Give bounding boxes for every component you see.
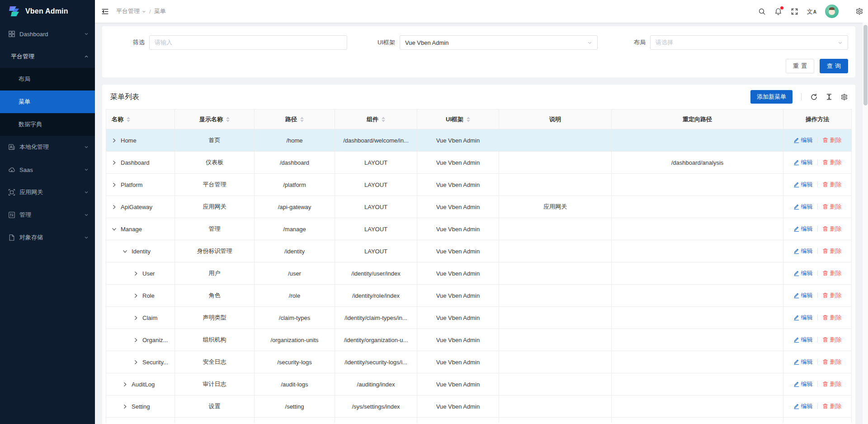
saas-icon xyxy=(8,166,15,173)
fullscreen-icon[interactable] xyxy=(791,8,798,15)
table-row[interactable]: User 用户 /user /identity/user/index Vue V… xyxy=(106,262,852,285)
edit-link[interactable]: 编辑 xyxy=(793,247,813,255)
table-settings-icon[interactable] xyxy=(840,93,848,101)
delete-link[interactable]: 删除 xyxy=(822,291,842,300)
expand-icon[interactable] xyxy=(112,138,117,143)
edit-link[interactable]: 编辑 xyxy=(793,380,813,388)
sort-icon[interactable] xyxy=(300,117,304,122)
edit-link[interactable]: 编辑 xyxy=(793,225,813,233)
ui-framework-select[interactable]: Vue Vben Admin xyxy=(400,35,598,50)
delete-link[interactable]: 删除 xyxy=(822,314,842,322)
app-logo[interactable]: Vben Admin xyxy=(0,0,95,23)
sidebar-subitem[interactable]: 数据字典 xyxy=(0,113,95,136)
table-row[interactable] xyxy=(106,418,852,423)
column-header[interactable]: UI框架 xyxy=(417,110,499,129)
sidebar-subitem[interactable]: 布局 xyxy=(0,68,95,91)
delete-link[interactable]: 删除 xyxy=(822,336,842,344)
scrollbar-thumb[interactable] xyxy=(863,25,868,105)
table-row[interactable]: Platform 平台管理 /platform LAYOUT Vue Vben … xyxy=(106,174,852,196)
translate-icon[interactable]: 文A xyxy=(807,9,816,14)
edit-link[interactable]: 编辑 xyxy=(793,136,813,144)
filter-input[interactable]: 请输入 xyxy=(149,35,347,50)
table-row[interactable]: Home 首页 /home /dashboard/welcome/in... V… xyxy=(106,129,852,152)
table-row[interactable]: Dashboard 仪表板 /dashboard LAYOUT Vue Vben… xyxy=(106,152,852,174)
query-button[interactable]: 查询 xyxy=(820,59,848,73)
menu-fold-icon[interactable] xyxy=(101,8,109,15)
delete-link[interactable]: 删除 xyxy=(822,203,842,211)
edit-link[interactable]: 编辑 xyxy=(793,402,813,410)
sidebar-item-管理[interactable]: 管理 xyxy=(0,204,95,226)
refresh-icon[interactable] xyxy=(810,93,818,101)
sort-icon[interactable] xyxy=(467,117,470,122)
expand-icon[interactable] xyxy=(133,315,138,320)
delete-link[interactable]: 删除 xyxy=(822,136,842,144)
edit-link[interactable]: 编辑 xyxy=(793,291,813,300)
layout-select[interactable]: 请选择 xyxy=(650,35,848,50)
table-row[interactable]: Claim 声明类型 /claim-types /identity/claim-… xyxy=(106,307,852,329)
sidebar-item-应用网关[interactable]: 应用网关 xyxy=(0,181,95,204)
column-header[interactable]: 组件 xyxy=(335,110,417,129)
notification-icon[interactable] xyxy=(774,8,782,15)
delete-link[interactable]: 删除 xyxy=(822,380,842,388)
sort-icon[interactable] xyxy=(226,117,230,122)
expand-icon[interactable] xyxy=(112,160,117,165)
table-row[interactable]: Identity 身份标识管理 /identity LAYOUT Vue Vbe… xyxy=(106,240,852,262)
edit-link[interactable]: 编辑 xyxy=(793,269,813,277)
breadcrumb-item-root[interactable]: 平台管理 xyxy=(116,7,140,15)
delete-link[interactable]: 删除 xyxy=(822,158,842,167)
edit-link[interactable]: 编辑 xyxy=(793,203,813,211)
table-row[interactable]: AuditLog 审计日志 /audit-logs /auditing/inde… xyxy=(106,373,852,395)
expand-icon[interactable] xyxy=(112,205,117,210)
table-row[interactable]: Setting 设置 /setting /sys/settings/index … xyxy=(106,395,852,418)
sort-icon[interactable] xyxy=(382,117,385,122)
delete-link[interactable]: 删除 xyxy=(822,181,842,189)
expand-icon[interactable] xyxy=(112,182,117,187)
delete-link[interactable]: 删除 xyxy=(822,358,842,366)
expand-icon[interactable] xyxy=(112,227,117,232)
column-header[interactable]: 路径 xyxy=(255,110,335,129)
expand-icon[interactable] xyxy=(133,360,138,365)
expand-icon[interactable] xyxy=(123,382,127,387)
reset-button[interactable]: 重置 xyxy=(786,59,814,73)
cell-description xyxy=(499,218,612,240)
sidebar-item-saas[interactable]: Saas xyxy=(0,158,95,181)
sidebar-subitem[interactable]: 菜单 xyxy=(0,91,95,113)
settings-gear-icon[interactable] xyxy=(855,7,863,15)
sidebar-item-本地化管理[interactable]: 本地化管理 xyxy=(0,136,95,158)
delete-link[interactable]: 删除 xyxy=(822,225,842,233)
table-row[interactable]: Security... 安全日志 /security-logs /identit… xyxy=(106,351,852,373)
column-header[interactable]: 显示名称 xyxy=(175,110,255,129)
expand-icon[interactable] xyxy=(123,249,127,254)
avatar[interactable] xyxy=(825,5,839,18)
delete-link[interactable]: 删除 xyxy=(822,402,842,410)
edit-link[interactable]: 编辑 xyxy=(793,314,813,322)
column-header: 重定向路径 xyxy=(612,110,783,129)
expand-icon[interactable] xyxy=(133,271,138,276)
cell-ui-framework: Vue Vben Admin xyxy=(417,373,499,395)
expand-icon[interactable] xyxy=(123,404,127,409)
edit-link[interactable]: 编辑 xyxy=(793,158,813,167)
sort-icon[interactable] xyxy=(127,117,130,122)
column-header[interactable]: 名称 xyxy=(106,110,175,129)
table-row[interactable]: ApiGateway 应用网关 /api-gateway LAYOUT Vue … xyxy=(106,196,852,218)
add-menu-button[interactable]: 添加新菜单 xyxy=(750,90,793,104)
vertical-scrollbar[interactable] xyxy=(863,23,868,424)
edit-icon xyxy=(793,337,799,343)
edit-link[interactable]: 编辑 xyxy=(793,336,813,344)
table-row[interactable]: Organiz... 组织机构 /organization-units /ide… xyxy=(106,329,852,351)
expand-icon[interactable] xyxy=(133,293,138,298)
delete-link[interactable]: 删除 xyxy=(822,269,842,277)
edit-link[interactable]: 编辑 xyxy=(793,358,813,366)
sidebar-item-dashboard[interactable]: Dashboard xyxy=(0,23,95,45)
table-row[interactable]: Role 角色 /role /identity/role/index Vue V… xyxy=(106,285,852,307)
sidebar-item-对象存储[interactable]: 对象存储 xyxy=(0,226,95,249)
delete-link[interactable]: 删除 xyxy=(822,247,842,255)
sidebar-item-平台管理[interactable]: 平台管理 xyxy=(0,45,95,68)
gateway-icon xyxy=(8,189,15,196)
search-icon[interactable] xyxy=(758,8,766,15)
expand-icon[interactable] xyxy=(133,338,138,343)
row-height-icon[interactable] xyxy=(826,93,833,100)
edit-link[interactable]: 编辑 xyxy=(793,181,813,189)
table-row[interactable]: Manage 管理 /manage LAYOUT Vue Vben Admin … xyxy=(106,218,852,240)
filter-label: UI框架 xyxy=(367,38,395,47)
